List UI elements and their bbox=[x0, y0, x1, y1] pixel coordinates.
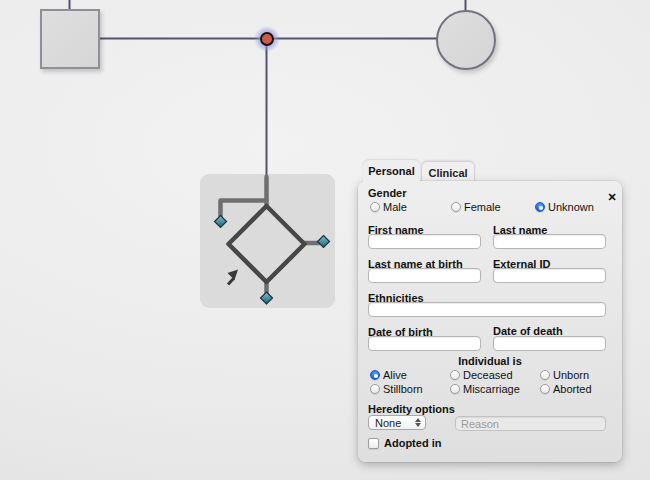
first-name-field[interactable] bbox=[368, 234, 481, 249]
radio-label: Alive bbox=[383, 369, 407, 381]
radio-gender-female[interactable]: Female bbox=[451, 201, 535, 213]
close-icon[interactable]: ✕ bbox=[605, 190, 619, 204]
radio-dot[interactable] bbox=[540, 384, 550, 394]
heredity-select[interactable]: None bbox=[368, 415, 426, 430]
radio-label: Aborted bbox=[553, 383, 592, 395]
radio-label: Stillborn bbox=[383, 383, 423, 395]
radio-dot[interactable] bbox=[370, 370, 380, 380]
heredity-select-value: None bbox=[375, 417, 401, 429]
node-properties-panel: ✕ Gender Male Female Unknown First name … bbox=[358, 181, 622, 462]
radio-label: Male bbox=[383, 201, 407, 213]
radio-dot[interactable] bbox=[540, 370, 550, 380]
date-of-death-field[interactable] bbox=[493, 336, 606, 351]
drag-handle-right-icon[interactable] bbox=[318, 236, 330, 248]
pedigree-editor-canvas: Personal Clinical ✕ Gender Male Female U… bbox=[0, 0, 650, 480]
pedigree-node-female-circle[interactable] bbox=[436, 10, 496, 70]
last-name-at-birth-field[interactable] bbox=[368, 268, 481, 283]
radio-gender-unknown[interactable]: Unknown bbox=[535, 201, 594, 213]
radio-aborted[interactable]: Aborted bbox=[540, 383, 592, 395]
tab-personal[interactable]: Personal bbox=[363, 160, 420, 184]
date-of-birth-field[interactable] bbox=[368, 336, 481, 351]
resize-arrow-icon bbox=[228, 270, 239, 285]
external-id-field[interactable] bbox=[493, 268, 606, 283]
drag-handle-upper-left-icon[interactable] bbox=[215, 216, 227, 228]
radio-unborn[interactable]: Unborn bbox=[540, 369, 592, 381]
radio-dot[interactable] bbox=[451, 202, 461, 212]
radio-dot[interactable] bbox=[450, 384, 460, 394]
radio-dot[interactable] bbox=[535, 202, 545, 212]
radio-alive[interactable]: Alive bbox=[370, 369, 450, 381]
radio-label: Unknown bbox=[548, 201, 594, 213]
radio-dot[interactable] bbox=[370, 202, 380, 212]
radio-dot[interactable] bbox=[370, 384, 380, 394]
last-name-field[interactable] bbox=[493, 234, 606, 249]
radio-gender-male[interactable]: Male bbox=[370, 201, 451, 213]
radio-stillborn[interactable]: Stillborn bbox=[370, 383, 450, 395]
gender-radio-group: Male Female Unknown bbox=[370, 200, 594, 214]
radio-miscarriage[interactable]: Miscarriage bbox=[450, 383, 540, 395]
partnership-junction-dot[interactable] bbox=[260, 32, 274, 46]
heredity-options-label: Heredity options bbox=[368, 403, 455, 415]
radio-label: Female bbox=[464, 201, 501, 213]
adopted-in-label: Adopted in bbox=[384, 437, 441, 449]
radio-label: Miscarriage bbox=[463, 383, 520, 395]
stepper-icon bbox=[415, 418, 421, 427]
pedigree-node-unknown-diamond[interactable] bbox=[229, 206, 305, 282]
pedigree-node-male-square[interactable] bbox=[40, 9, 100, 69]
individual-is-label: Individual is bbox=[358, 355, 622, 367]
radio-label: Unborn bbox=[553, 369, 589, 381]
ethnicities-field[interactable] bbox=[368, 302, 606, 317]
checkbox[interactable] bbox=[368, 438, 379, 449]
radio-deceased[interactable]: Deceased bbox=[450, 369, 540, 381]
adopted-in-checkbox-row[interactable]: Adopted in bbox=[368, 437, 441, 449]
drag-handle-bottom-icon[interactable] bbox=[261, 292, 273, 304]
radio-dot[interactable] bbox=[450, 370, 460, 380]
gender-label: Gender bbox=[368, 187, 407, 199]
individual-is-radio-group: Alive Deceased Unborn Stillborn Miscarri… bbox=[370, 368, 592, 396]
radio-label: Deceased bbox=[463, 369, 513, 381]
heredity-reason-field[interactable] bbox=[455, 416, 606, 431]
